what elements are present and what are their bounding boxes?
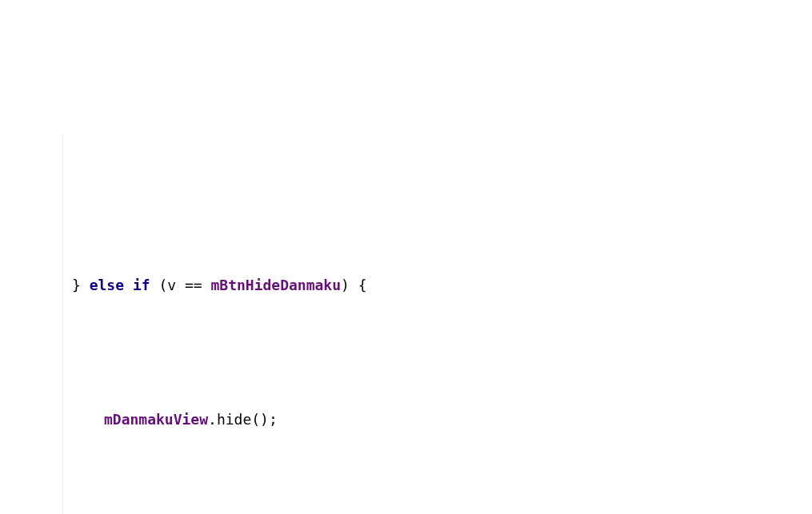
brace-open: { bbox=[358, 277, 367, 293]
code-editor[interactable]: } else if (v == mBtnHideDanmaku) { mDanm… bbox=[0, 134, 812, 514]
paren-open: ( bbox=[251, 411, 260, 428]
paren-open: ( bbox=[158, 277, 167, 293]
field-mDanmakuView: mDanmakuView bbox=[104, 411, 208, 428]
brace-close: } bbox=[72, 277, 81, 293]
keyword-if: if bbox=[133, 277, 150, 293]
dot: . bbox=[208, 411, 217, 428]
keyword-else: else bbox=[90, 277, 124, 293]
paren-close: ) bbox=[341, 277, 350, 293]
code-line: } else if (v == mBtnHideDanmaku) { bbox=[24, 269, 812, 302]
field-mBtnHideDanmaku: mBtnHideDanmaku bbox=[210, 277, 341, 293]
var-v: v bbox=[167, 277, 176, 293]
code-line: mDanmakuView.hide(); bbox=[24, 403, 812, 436]
op-eq: == bbox=[185, 277, 202, 293]
paren-close: ) bbox=[260, 411, 269, 428]
semicolon: ; bbox=[269, 411, 278, 428]
method-hide: hide bbox=[217, 411, 251, 428]
